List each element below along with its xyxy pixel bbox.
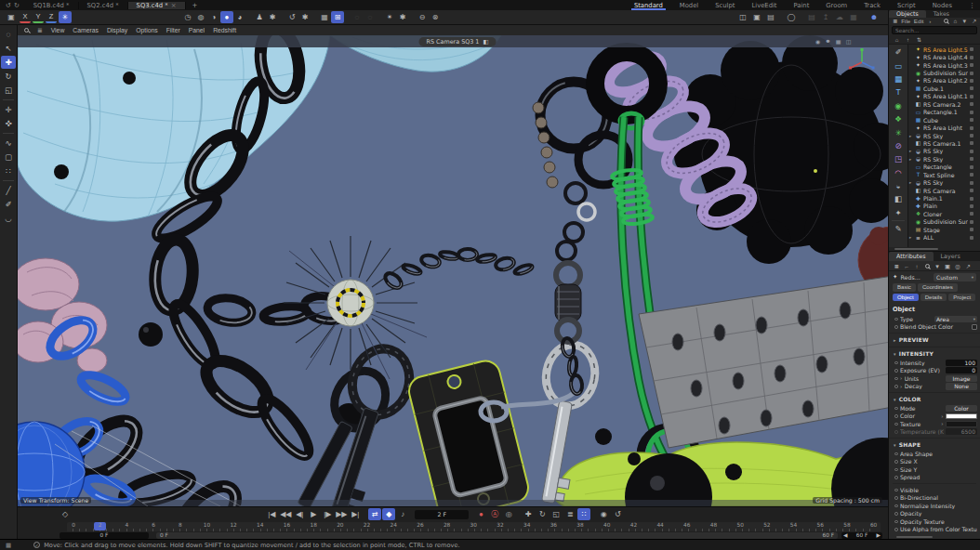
enable-dots[interactable] [975, 165, 978, 168]
enable-dots[interactable] [975, 79, 978, 82]
attr-filter-icon[interactable]: ▼ [933, 262, 942, 270]
attr-back-icon[interactable]: ← [902, 262, 911, 270]
quantize-snap-icon[interactable]: ⊞ [331, 11, 344, 23]
visibility-toggle[interactable] [970, 102, 973, 106]
sky-object-icon[interactable]: ◒ [890, 179, 907, 192]
point-edit-tool[interactable]: ∷ [1, 164, 16, 177]
deformer-icon[interactable]: ◠ [890, 166, 907, 179]
spline-smooth-tool[interactable]: ∿ [1, 137, 16, 150]
attr-lock-icon[interactable]: ▣ [943, 262, 952, 270]
sound-toggle[interactable]: ♪ [396, 508, 409, 520]
enable-dots[interactable] [975, 48, 978, 51]
keyframe-dot[interactable] [894, 504, 898, 508]
inactive-tool-2-icon[interactable]: ◌ [364, 11, 377, 23]
ghost-sphere-icon[interactable]: ◉ [814, 37, 822, 45]
om-file-menu[interactable]: File [900, 18, 912, 25]
coordinate-system-icon[interactable]: ✳ [59, 11, 72, 23]
cube-display-icon[interactable]: ▦ [834, 37, 842, 45]
object-row[interactable]: ◧ RS Camera.1 [908, 139, 980, 147]
attribute-tab[interactable]: Layers [934, 252, 968, 261]
visibility-toggle[interactable] [970, 236, 973, 240]
object-manager-tab[interactable]: Objects [889, 10, 926, 18]
camera-label-pill[interactable]: RS Camera SQ3 1 ◧ [419, 37, 497, 46]
character-settings-icon[interactable]: ✱ [266, 11, 279, 23]
keyframe-dot[interactable] [894, 318, 898, 321]
jump-start-button[interactable]: |◀ [265, 508, 278, 520]
enable-dots[interactable] [975, 229, 978, 231]
dynamics-icon[interactable]: ✴ [383, 11, 396, 23]
attr-button[interactable]: None [946, 383, 977, 390]
attr-menu-icon[interactable]: ≣ [892, 262, 901, 270]
status-menu-icon[interactable]: ▦ [6, 542, 11, 549]
expand-icon[interactable]: ▸ [909, 149, 913, 153]
object-row[interactable]: ✦ RS Area Light [908, 124, 980, 131]
attr-page-tab[interactable]: Coordinates [918, 283, 958, 292]
next-key-button[interactable]: ▶▶ [335, 508, 348, 520]
attr-value-field[interactable]: 0 [946, 367, 977, 373]
enable-dots[interactable] [975, 64, 978, 67]
color-swatch[interactable] [946, 413, 977, 420]
om-search-icon[interactable] [942, 18, 950, 25]
attr-button[interactable]: Image [946, 375, 977, 383]
object-row[interactable]: ✚ Plain.1 [908, 194, 980, 202]
keyframe-dot[interactable] [894, 489, 898, 492]
parent-up-icon[interactable]: ↑ [904, 36, 912, 44]
attr-dropdown[interactable]: Area▾ [934, 316, 977, 323]
keyframe-dot[interactable] [894, 468, 898, 472]
viewport-layout-icon[interactable]: ▣ [5, 11, 18, 23]
knife-tool[interactable]: ╱ [1, 184, 16, 197]
object-row[interactable]: ▸ ◒ RS Sky [908, 178, 980, 186]
attr-search-icon[interactable] [922, 262, 932, 270]
visibility-toggle[interactable] [970, 118, 973, 122]
autokey-diamond-icon[interactable]: ◇ [62, 510, 68, 518]
render-settings-icon[interactable]: ▤ [764, 11, 777, 23]
object-search-input[interactable] [892, 26, 977, 34]
current-frame-field[interactable]: 2 F [415, 510, 469, 519]
modeling-mode-icon[interactable]: ● [220, 11, 233, 23]
object-row[interactable]: ✦ RS Area Light.5 [908, 46, 980, 53]
keyframe-dot[interactable] [894, 520, 898, 524]
attr-section-header[interactable]: ▾INTENSITY [889, 347, 980, 359]
visibility-toggle[interactable] [970, 212, 973, 216]
menu-display[interactable]: Display [103, 26, 131, 35]
record-pla-toggle[interactable]: ∷ [577, 508, 590, 520]
user-presence-icon[interactable]: ☻ [867, 11, 881, 23]
attr-value-field[interactable]: 100 [946, 360, 977, 366]
timeline-ruler[interactable]: 0246810121416182022242628303234363840424… [67, 522, 881, 532]
text-spline-icon[interactable]: T [890, 85, 907, 98]
enable-dots[interactable] [975, 87, 978, 90]
enable-dots[interactable] [975, 213, 978, 216]
visibility-toggle[interactable] [970, 157, 973, 161]
expand-icon[interactable]: ▸ [909, 134, 913, 138]
keyframe-dot[interactable] [894, 460, 898, 464]
enable-dots[interactable] [975, 220, 978, 223]
om-edit-menu[interactable]: Edit [913, 18, 925, 25]
preview-range-bar[interactable]: 0 F 60 F [156, 532, 838, 539]
enable-dots[interactable] [975, 95, 978, 98]
jump-end-button[interactable]: ▶| [349, 508, 362, 520]
menu-options[interactable]: Options [132, 26, 161, 35]
prev-key-button[interactable]: ◀◀ [279, 508, 292, 520]
visibility-toggle[interactable] [970, 165, 973, 169]
stepper-left-arrow[interactable]: ◀ [843, 532, 847, 538]
record-parameter-toggle[interactable]: ≣ [563, 508, 576, 520]
axis-lock-y-button[interactable]: Y [33, 12, 44, 23]
keyframe-dot[interactable] [894, 377, 898, 381]
keyframe-dot[interactable] [894, 414, 898, 418]
range-start-field[interactable]: 0 F [60, 532, 149, 539]
object-row[interactable]: ◉ Subdivision Surface [908, 218, 980, 226]
expand-icon[interactable]: ▸ [909, 157, 913, 162]
layout-tab[interactable]: Paint [786, 0, 818, 10]
object-manager-tab[interactable]: Takes [926, 10, 957, 18]
undo-icon[interactable]: ↺ [6, 2, 11, 9]
enable-dots[interactable] [975, 181, 978, 184]
remove-icon[interactable]: ⊖ [416, 11, 429, 23]
keyframe-dot[interactable] [894, 512, 898, 516]
asset-icon[interactable]: ◍ [194, 11, 207, 23]
object-row[interactable]: ▸ ≡ ALL [908, 234, 980, 242]
enable-dots[interactable] [975, 174, 978, 177]
stepper-right-arrow[interactable]: ▶ [877, 532, 881, 538]
object-row[interactable]: ▸ ◒ RS Sky [908, 155, 980, 163]
keyframe-dot[interactable] [894, 369, 898, 373]
rectangle-select-tool[interactable]: ▢ [1, 151, 16, 164]
